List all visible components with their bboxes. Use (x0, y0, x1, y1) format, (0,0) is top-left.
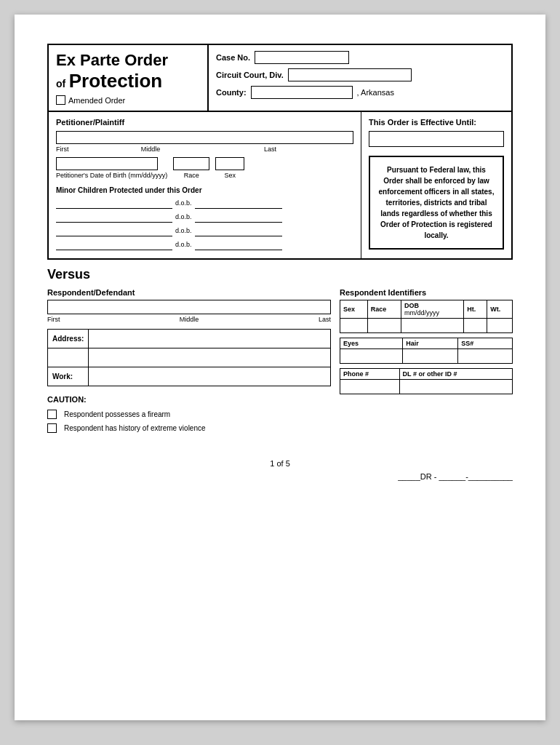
footer: 1 of 5 (47, 459, 513, 468)
ss-value[interactable] (458, 349, 513, 364)
col-phone-header: Phone # (340, 369, 400, 380)
child-row-1: d.o.b. (56, 197, 353, 209)
hair-value[interactable] (403, 349, 458, 364)
caution-title: CAUTION: (47, 395, 331, 404)
case-info-block: Case No. Circuit Court, Div. County: , A… (209, 45, 511, 111)
work-label: Work: (48, 367, 89, 386)
dob-text-3: d.o.b. (175, 227, 192, 234)
minor-children-title: Minor Children Protected under this Orde… (56, 186, 353, 194)
child-row-3: d.o.b. (56, 225, 353, 236)
identifiers-title: Respondent Identifiers (340, 288, 513, 297)
dob-text-2: d.o.b. (175, 213, 192, 220)
amended-label: Amended Order (68, 96, 125, 105)
race-field: Race (173, 157, 209, 179)
county-input[interactable] (251, 86, 353, 99)
protection-text: Protection (69, 70, 163, 92)
dob-field: Petitioner's Date of Birth (mm/dd/yyyy) (56, 157, 167, 179)
dob-value[interactable] (401, 319, 464, 333)
dr-label: _____DR - ______-__________ (398, 472, 513, 481)
identifiers-table-bottom: Phone # DL # or other ID # (340, 368, 513, 394)
case-no-input[interactable] (255, 51, 349, 64)
child-dob-3[interactable] (195, 225, 282, 236)
child-dob-2[interactable] (195, 211, 282, 223)
eyes-value[interactable] (340, 349, 403, 364)
dob-text-4: d.o.b. (175, 241, 192, 248)
id-data-row-3 (340, 380, 513, 394)
child-name-2[interactable] (56, 211, 172, 223)
arkansas-text: , Arkansas (357, 88, 394, 97)
id-header-row-2: Eyes Hair SS# (340, 338, 513, 349)
resp-middle-label: Middle (105, 316, 273, 323)
id-data-row-2 (340, 349, 513, 364)
race-input[interactable] (173, 157, 209, 170)
col-eyes-header: Eyes (340, 338, 403, 349)
sex-input[interactable] (215, 157, 244, 170)
effective-until-col: This Order is Effective Until: Pursuant … (361, 112, 511, 258)
circuit-court-input[interactable] (288, 68, 412, 81)
footer-dr: _____DR - ______-__________ (47, 472, 513, 481)
work-row: Work: (48, 367, 331, 386)
title-block: Ex Parte Order of Protection Amended Ord… (49, 45, 209, 111)
circuit-court-label: Circuit Court, Div. (216, 71, 284, 79)
petitioner-name-input[interactable] (56, 131, 353, 144)
case-no-label: Case No. (216, 53, 250, 62)
work-value[interactable] (89, 367, 331, 386)
address-row-2 (48, 348, 331, 367)
dob-input[interactable] (56, 157, 158, 170)
dob-text-1: d.o.b. (175, 199, 192, 207)
col-hair-header: Hair (403, 338, 458, 349)
caution-section: CAUTION: Respondent possesses a firearm … (47, 395, 331, 433)
main-section: Petitioner/Plaintiff First Middle Last P… (47, 112, 513, 260)
effective-until-input[interactable] (369, 131, 504, 147)
county-row: County: , Arkansas (216, 86, 504, 99)
wt-value[interactable] (487, 319, 513, 333)
caution-checkbox-2[interactable] (47, 423, 57, 433)
race-label: Race (173, 172, 209, 179)
col-race-header: Race (367, 300, 401, 319)
petitioner-title: Petitioner/Plaintiff (56, 118, 353, 127)
child-name-4[interactable] (56, 239, 172, 250)
dob-label: Petitioner's Date of Birth (mm/dd/yyyy) (56, 172, 167, 179)
caution-label-1: Respondent possesses a firearm (64, 410, 170, 418)
caution-item-1: Respondent possesses a firearm (47, 410, 331, 419)
phone-value[interactable] (340, 380, 400, 394)
respondent-name-input[interactable] (47, 300, 331, 314)
dl-value[interactable] (399, 380, 512, 394)
identifiers-table-middle: Eyes Hair SS# (340, 338, 513, 364)
id-header-row-3: Phone # DL # or other ID # (340, 369, 513, 380)
versus-title: Versus (47, 267, 513, 282)
address-value[interactable] (89, 330, 331, 348)
child-row-4: d.o.b. (56, 239, 353, 250)
amended-row: Amended Order (56, 95, 199, 105)
col-sex-header: Sex (340, 300, 368, 319)
ht-value[interactable] (464, 319, 487, 333)
amended-checkbox[interactable] (56, 95, 65, 105)
sex-label: Sex (215, 172, 244, 179)
address-value-2[interactable] (89, 348, 331, 367)
id-header-row-1: Sex Race DOB mm/dd/yyyy Ht. Wt. (340, 300, 513, 319)
address-table: Address: Work: (47, 329, 331, 386)
race-value[interactable] (367, 319, 401, 333)
col-ht-header: Ht. (464, 300, 487, 319)
ex-parte-title: Ex Parte Order (56, 51, 199, 70)
middle-label: Middle (114, 146, 187, 153)
page-number: 1 of 5 (270, 459, 290, 468)
resp-last-label: Last (273, 316, 331, 323)
child-dob-4[interactable] (195, 239, 282, 250)
col-wt-header: Wt. (487, 300, 513, 319)
id-data-row-1 (340, 319, 513, 333)
child-name-3[interactable] (56, 225, 172, 236)
identifiers-table-top: Sex Race DOB mm/dd/yyyy Ht. Wt. (340, 300, 513, 333)
child-dob-1[interactable] (195, 197, 282, 209)
col-dob-header: DOB mm/dd/yyyy (401, 300, 464, 319)
resp-first-label: First (47, 316, 105, 323)
respondent-left: Respondent/Defendant First Middle Last A… (47, 288, 331, 437)
versus-section: Versus Respondent/Defendant First Middle… (47, 267, 513, 437)
caution-checkbox-1[interactable] (47, 410, 57, 419)
caution-item-2: Respondent has history of extreme violen… (47, 423, 331, 433)
sex-value[interactable] (340, 319, 368, 333)
last-label: Last (187, 146, 353, 153)
child-name-1[interactable] (56, 197, 172, 209)
respondent-section: Respondent/Defendant First Middle Last A… (47, 288, 513, 437)
col-ss-header: SS# (458, 338, 513, 349)
